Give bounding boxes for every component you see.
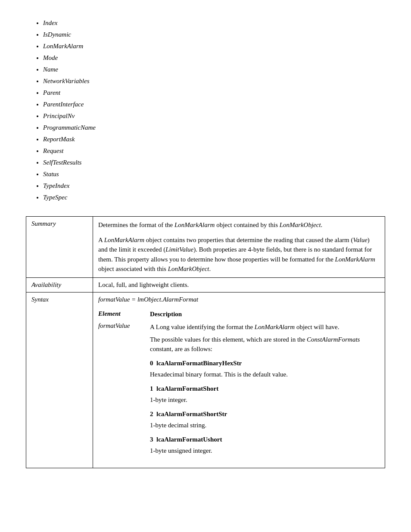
list-item: TypeIndex	[43, 180, 385, 192]
property-table: Summary Determines the format of the Lon…	[26, 216, 385, 468]
list-item: NetworkVariables	[43, 75, 385, 87]
syntax-row-formatvalue: formatValue A Long value identifying the…	[98, 320, 380, 460]
element-cell: formatValue	[98, 320, 150, 460]
syntax-content: formatValue = lmObject.AlarmFormat Eleme…	[93, 292, 385, 468]
summary-label: Summary	[26, 217, 93, 278]
list-item: Request	[43, 145, 385, 157]
property-list: IndexIsDynamicLonMarkAlarmModeNameNetwor…	[26, 17, 385, 203]
availability-content: Local, full, and lightweight clients.	[93, 277, 385, 292]
list-item: Parent	[43, 87, 385, 99]
list-item: TypeSpec	[43, 192, 385, 203]
list-item: Name	[43, 64, 385, 75]
list-item: Mode	[43, 52, 385, 64]
list-item: IsDynamic	[43, 29, 385, 40]
syntax-inner-table: Element Description formatValue A Long v…	[98, 308, 380, 460]
list-item: ParentInterface	[43, 99, 385, 110]
constant-0-label: 0 lcaAlarmFormatBinaryHexStr	[150, 358, 376, 368]
syntax-formula: formatValue = lmObject.AlarmFormat	[98, 296, 380, 303]
element-header: Element	[98, 308, 150, 321]
syntax-label: Syntax	[26, 292, 93, 468]
list-item: Index	[43, 17, 385, 29]
list-item: SelfTestResults	[43, 157, 385, 168]
description-header: Description	[150, 308, 380, 321]
constant-1-desc: 1-byte integer.	[150, 395, 376, 405]
description-cell: A Long value identifying the format the …	[150, 320, 380, 460]
availability-label: Availability	[26, 277, 93, 292]
table-row-summary: Summary Determines the format of the Lon…	[26, 217, 385, 278]
constant-2-label: 2 lcaAlarmFormatShortStr	[150, 409, 376, 419]
list-item: LonMarkAlarm	[43, 40, 385, 52]
list-item: Status	[43, 168, 385, 180]
list-item: ReportMask	[43, 134, 385, 145]
list-item: ProgrammaticName	[43, 122, 385, 134]
constant-1-label: 1 lcaAlarmFormatShort	[150, 384, 376, 394]
summary-content: Determines the format of the LonMarkAlar…	[93, 217, 385, 278]
constant-3-label: 3 lcaAlarmFormatUshort	[150, 435, 376, 445]
table-row-syntax: Syntax formatValue = lmObject.AlarmForma…	[26, 292, 385, 468]
list-item: PrincipalNv	[43, 110, 385, 122]
constant-3-desc: 1-byte unsigned integer.	[150, 446, 376, 456]
table-row-availability: Availability Local, full, and lightweigh…	[26, 277, 385, 292]
constant-0-desc: Hexadecimal binary format. This is the d…	[150, 370, 376, 380]
constant-2-desc: 1-byte decimal string.	[150, 420, 376, 430]
